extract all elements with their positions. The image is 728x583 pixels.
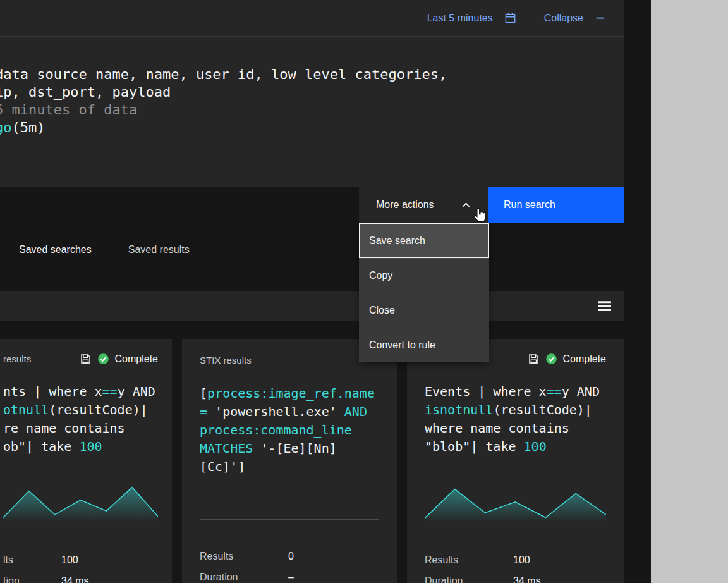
tab-saved-results[interactable]: Saved results (114, 242, 203, 266)
status-label: Complete (115, 353, 158, 365)
code-segment: re name contains (3, 420, 125, 436)
code-line: go(5m) (0, 119, 614, 137)
stat-value: 0 (288, 551, 294, 562)
tab-saved-searches[interactable]: Saved searches (5, 242, 106, 266)
stat-row: tion34 ms (3, 570, 158, 583)
card-header: resultsComplete (3, 353, 158, 365)
stat-label: Duration (200, 572, 288, 583)
run-search-button[interactable]: Run search (488, 187, 624, 223)
saved-tabs: Saved searchesSaved results (0, 223, 624, 266)
checkmark-filled-icon (97, 353, 109, 365)
result-card-left: resultsCompletents | where x==y ANDotnul… (0, 339, 172, 583)
rows-icon[interactable] (598, 300, 611, 312)
save-icon[interactable] (528, 353, 540, 365)
code-segment: "blob"| take (425, 439, 524, 454)
query-editor-code: data_source_name, name, user_id, low_lev… (0, 66, 614, 137)
stat-row: Results100 (425, 549, 606, 570)
results-toolbar (0, 292, 624, 321)
calendar-icon (504, 12, 516, 24)
query-editor[interactable]: data_source_name, name, user_id, low_lev… (0, 37, 624, 187)
stat-label: tion (3, 575, 61, 583)
collapse-label: Collapse (544, 13, 583, 24)
code-segment: go (0, 120, 12, 135)
card-stats: Results0Duration– (200, 546, 379, 583)
code-line: [process:image_ref.name (200, 384, 379, 403)
card-stats: Results100Duration34 ms (425, 549, 606, 583)
result-card-right: CompleteEvents | where x==y ANDisnotnull… (407, 339, 624, 583)
code-segment: ob"| take (3, 439, 79, 454)
stat-row: Duration34 ms (425, 570, 606, 583)
code-segment: where name contains (425, 420, 569, 436)
code-segment: == (547, 384, 562, 399)
code-segment: 'powershell.exe' (215, 404, 344, 419)
code-line: process:command_line (200, 421, 379, 439)
time-range-label: Last 5 minutes (427, 13, 493, 24)
more-actions-menu: Save searchCopyCloseConvert to rule (359, 223, 489, 362)
sparkline-chart (3, 479, 158, 524)
code-line: ob"| take 100 (3, 438, 158, 456)
stat-value: 100 (513, 555, 530, 566)
card-code: Events | where x==y ANDisnotnull(resultC… (425, 383, 606, 456)
stat-value: – (288, 572, 294, 583)
stat-label: Results (425, 555, 513, 566)
code-segment: [ (200, 386, 207, 401)
code-line: ip, dst_port, payload (0, 83, 614, 101)
code-line: [Cc]'] (200, 458, 379, 476)
code-segment: (5m) (12, 120, 46, 135)
card-header: STIX results (200, 353, 379, 367)
code-segment: nts | where x (3, 384, 102, 399)
stat-row: lts100 (3, 549, 158, 570)
menu-item-close[interactable]: Close (359, 293, 489, 328)
sparkline-chart (425, 479, 606, 524)
code-line: isnotnull(resultCode)| (425, 401, 606, 419)
result-card-stix: STIX results[process:image_ref.name= 'po… (182, 339, 397, 583)
stat-label: Duration (425, 575, 513, 583)
card-stats: lts100tion34 ms (3, 549, 158, 583)
code-segment: Events | where x (425, 384, 547, 399)
code-segment: '-[Ee][Nn] (260, 441, 336, 456)
menu-item-save-search[interactable]: Save search (359, 223, 489, 258)
stat-value: 100 (61, 555, 78, 566)
code-line: re name contains (3, 419, 158, 438)
saved-section: Saved searchesSaved results (0, 223, 624, 266)
code-segment: 100 (79, 439, 102, 454)
code-line: = 'powershell.exe' AND (200, 403, 379, 421)
code-line: nts | where x==y AND (3, 383, 158, 401)
collapse-button[interactable]: Collapse (544, 13, 605, 24)
results-cards: resultsCompletents | where x==y ANDotnul… (0, 339, 624, 583)
search-action-row: More actions Run search (0, 187, 624, 223)
more-actions-button[interactable]: More actions (359, 187, 488, 223)
code-segment: 100 (524, 439, 547, 454)
sparkline-chart (200, 493, 379, 520)
code-segment: == (102, 384, 118, 399)
code-segment: data_source_name, name, user_id, low_lev… (0, 66, 447, 82)
time-range-button[interactable]: Last 5 minutes (427, 12, 516, 24)
checkmark-filled-icon (545, 353, 557, 365)
code-segment: = (200, 404, 215, 419)
save-icon[interactable] (80, 353, 92, 365)
stat-label: lts (3, 555, 61, 566)
code-segment: ip, dst_port, payload (0, 84, 171, 100)
code-segment: 5 minutes of data (0, 102, 137, 118)
chevron-up-icon (461, 200, 471, 211)
card-code: nts | where x==y ANDotnull(resultCode)|r… (3, 383, 158, 456)
subtract-icon (595, 13, 605, 23)
code-segment: [Cc]'] (200, 459, 245, 474)
menu-item-convert-to-rule[interactable]: Convert to rule (359, 328, 489, 362)
code-segment: AND (344, 404, 367, 419)
code-segment: process:command_line (200, 422, 352, 438)
stat-row: Results0 (200, 546, 379, 567)
stat-row: Duration– (200, 567, 379, 583)
stat-label: Results (200, 551, 288, 562)
stat-value: 34 ms (513, 575, 541, 583)
code-line: otnull(resultCode)| (3, 401, 158, 419)
code-segment: MATCHES (200, 441, 260, 456)
top-bar: Last 5 minutes Collapse (0, 0, 624, 37)
code-segment: y AND (118, 384, 155, 399)
code-segment: isnotnull (425, 402, 493, 417)
menu-item-copy[interactable]: Copy (359, 258, 489, 293)
card-title: STIX results (200, 355, 379, 365)
card-code: [process:image_ref.name= 'powershell.exe… (200, 384, 379, 476)
stat-value: 34 ms (61, 575, 89, 583)
code-segment: process:image_ref.name (207, 386, 375, 401)
